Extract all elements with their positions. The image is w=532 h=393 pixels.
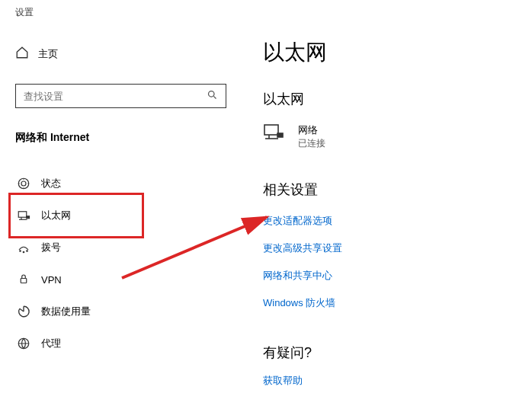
- network-info: 网络 已连接: [298, 123, 325, 150]
- sidebar-item-status[interactable]: 状态: [15, 168, 137, 200]
- sidebar-item-label: 状态: [41, 177, 61, 190]
- svg-point-12: [20, 251, 21, 252]
- sidebar-item-label: 以太网: [41, 209, 71, 222]
- svg-point-0: [209, 91, 215, 97]
- svg-point-3: [21, 181, 26, 186]
- sidebar-item-datausage[interactable]: 数据使用量: [15, 296, 137, 328]
- sidebar-item-ethernet[interactable]: 以太网: [15, 200, 137, 232]
- help-link[interactable]: 获取帮助: [263, 374, 532, 388]
- sidebar-item-label: 代理: [41, 337, 61, 350]
- svg-rect-19: [264, 125, 278, 135]
- vpn-icon: [17, 273, 30, 286]
- search-input[interactable]: [24, 91, 207, 102]
- link-network-center[interactable]: 网络和共享中心: [263, 269, 532, 283]
- main-content: 以太网 以太网 网络 已连接 相关设置 更改适配器选项 更改高级共享设置 网络和…: [232, 0, 532, 393]
- svg-rect-8: [18, 212, 27, 218]
- sidebar-item-proxy[interactable]: 代理: [15, 328, 137, 359]
- status-icon: [17, 177, 30, 190]
- data-usage-icon: [17, 305, 30, 318]
- svg-point-13: [23, 251, 24, 253]
- sidebar: 设置 主页 网络和 Internet 状态 以太网 拨号: [0, 0, 232, 393]
- home-button[interactable]: 主页: [15, 46, 232, 62]
- search-box[interactable]: [15, 84, 226, 108]
- monitor-icon: [263, 123, 284, 145]
- network-name: 网络: [298, 123, 325, 137]
- category-title: 网络和 Internet: [15, 131, 232, 145]
- svg-point-2: [18, 178, 29, 189]
- link-sharing-settings[interactable]: 更改高级共享设置: [263, 241, 532, 255]
- sidebar-item-label: 数据使用量: [41, 305, 91, 318]
- dialup-icon: [17, 241, 30, 254]
- home-label: 主页: [38, 47, 58, 61]
- help-title: 有疑问?: [263, 343, 532, 362]
- link-firewall[interactable]: Windows 防火墙: [263, 296, 532, 310]
- svg-point-14: [27, 251, 28, 252]
- sidebar-item-label: VPN: [41, 274, 62, 286]
- proxy-icon: [17, 337, 30, 350]
- sidebar-item-dialup[interactable]: 拨号: [15, 232, 137, 264]
- network-status: 已连接: [298, 137, 325, 150]
- network-item[interactable]: 网络 已连接: [263, 123, 532, 150]
- svg-rect-11: [27, 216, 30, 219]
- help-section: 有疑问? 获取帮助: [263, 343, 532, 388]
- svg-rect-22: [277, 133, 283, 137]
- link-adapter-options[interactable]: 更改适配器选项: [263, 214, 532, 228]
- search-icon: [207, 89, 218, 104]
- svg-line-17: [20, 308, 24, 312]
- page-title: 以太网: [263, 38, 532, 67]
- related-links: 更改适配器选项 更改高级共享设置 网络和共享中心 Windows 防火墙: [263, 214, 532, 310]
- sidebar-item-label: 拨号: [41, 241, 61, 254]
- home-icon: [15, 46, 29, 62]
- svg-rect-15: [21, 279, 27, 283]
- svg-line-1: [213, 96, 216, 98]
- section-title: 以太网: [263, 90, 532, 108]
- app-title: 设置: [15, 6, 232, 19]
- sidebar-item-vpn[interactable]: VPN: [15, 264, 137, 296]
- ethernet-icon: [17, 209, 30, 222]
- related-settings-title: 相关设置: [263, 181, 532, 199]
